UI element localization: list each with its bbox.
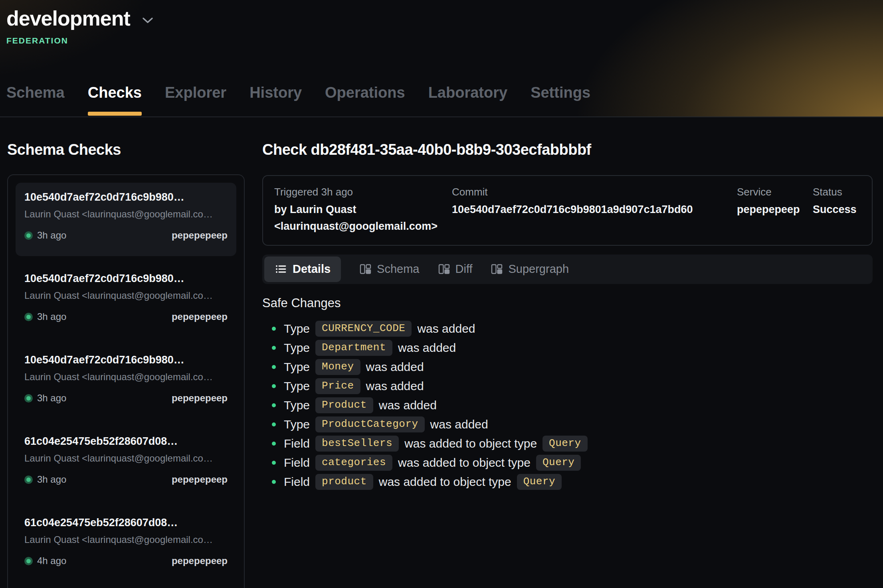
change-text: was added — [398, 341, 456, 355]
change-code2-badge: Query — [536, 455, 581, 471]
change-code-badge: categories — [315, 455, 392, 471]
tab-schema[interactable]: Schema — [359, 262, 419, 276]
columns-icon — [491, 263, 503, 275]
triggered-by: by Laurin Quast — [274, 201, 452, 218]
tab-laboratory[interactable]: Laboratory — [428, 84, 507, 116]
project-header: development FEDERATION SchemaChecksExplo… — [0, 0, 883, 117]
check-list-item[interactable]: 10e540d7aef72c0d716c9b980… Laurin Quast … — [16, 264, 236, 337]
commit-hash: 10e540d7aef72c0d716c9b9801a9d907c1a7bd60 — [452, 201, 737, 218]
tab-operations[interactable]: Operations — [325, 84, 405, 116]
tab-diff[interactable]: Diff — [438, 262, 473, 276]
status-dot-icon — [24, 476, 33, 484]
change-item: Type CURRENCY_CODE was added — [262, 319, 873, 338]
tab-supergraph[interactable]: Supergraph — [491, 262, 569, 276]
view-tab-label: Schema — [377, 262, 419, 276]
bullet-icon — [272, 403, 276, 407]
tab-details[interactable]: Details — [264, 257, 341, 282]
schema-checks-panel: Schema Checks 10e540d7aef72c0d716c9b980…… — [7, 117, 245, 588]
change-kind: Field — [284, 437, 310, 450]
change-text: was added to object type — [398, 456, 531, 470]
change-code-badge: bestSellers — [315, 436, 399, 452]
change-text: was added to object type — [379, 475, 511, 489]
change-item: Type Department was added — [262, 338, 873, 357]
bullet-icon — [272, 422, 276, 426]
check-time: 3h ago — [37, 474, 66, 485]
check-list-item[interactable]: 10e540d7aef72c0d716c9b980… Laurin Quast … — [16, 345, 236, 419]
check-id: 10e540d7aef72c0d716c9b980… — [24, 191, 228, 203]
sidebar-title: Schema Checks — [7, 141, 245, 158]
check-list-item[interactable]: 61c04e25475eb52f28607d08… Laurin Quast <… — [16, 427, 236, 500]
change-code-badge: Price — [315, 378, 360, 394]
change-kind: Type — [284, 360, 310, 374]
tab-checks[interactable]: Checks — [88, 84, 142, 116]
check-author: Laurin Quast <laurinquast@googlemail.co… — [24, 290, 228, 301]
view-tab-label: Diff — [455, 262, 473, 276]
tab-settings[interactable]: Settings — [531, 84, 590, 116]
change-code-badge: Product — [315, 397, 373, 413]
change-kind: Type — [284, 418, 310, 431]
triggered-label: Triggered 3h ago — [274, 186, 452, 198]
change-item: Type Money was added — [262, 357, 873, 377]
check-list-item[interactable]: 61c04e25475eb52f28607d08… Laurin Quast <… — [16, 508, 236, 582]
change-text: was added to object type — [404, 437, 537, 450]
view-tab-label: Supergraph — [508, 262, 569, 276]
check-id: 10e540d7aef72c0d716c9b980… — [24, 354, 228, 366]
change-code-badge: Money — [315, 359, 360, 375]
change-code-badge: Department — [315, 340, 392, 356]
status-dot-icon — [24, 231, 33, 240]
status-dot-icon — [24, 394, 33, 403]
project-switcher[interactable]: development — [6, 7, 153, 30]
check-service: pepepepeep — [172, 474, 228, 485]
check-detail-panel: Check db28f481-35aa-40b0-b8b9-303ecfabbb… — [262, 117, 873, 588]
bullet-icon — [272, 461, 276, 465]
tab-schema[interactable]: Schema — [6, 84, 65, 116]
commit-label: Commit — [452, 186, 737, 198]
check-author: Laurin Quast <laurinquast@googlemail.co… — [24, 209, 228, 220]
check-id: 10e540d7aef72c0d716c9b980… — [24, 272, 228, 285]
tab-explorer[interactable]: Explorer — [165, 84, 226, 116]
main-content: Schema Checks 10e540d7aef72c0d716c9b980…… — [0, 117, 883, 588]
service-label: Service — [737, 186, 813, 198]
change-text: was added — [417, 322, 475, 335]
status-dot-icon — [24, 557, 33, 565]
bullet-icon — [272, 327, 276, 331]
status-value: Success — [813, 201, 861, 218]
triggered-email: <laurinquast@googlemail.com> — [274, 218, 452, 235]
change-item: Type Product was added — [262, 396, 873, 415]
bullet-icon — [272, 384, 276, 388]
change-text: was added — [430, 418, 488, 431]
bullet-icon — [272, 346, 276, 350]
status-label: Status — [813, 186, 861, 198]
check-author: Laurin Quast <laurinquast@googlemail.co… — [24, 534, 228, 545]
status-dot-icon — [24, 313, 33, 321]
change-item: Field categories was added to object typ… — [262, 453, 873, 472]
safe-changes-title: Safe Changes — [262, 296, 873, 310]
top-nav-tabs: SchemaChecksExplorerHistoryOperationsLab… — [6, 84, 590, 116]
bullet-icon — [272, 365, 276, 369]
change-text: was added — [366, 360, 424, 374]
chevron-down-icon[interactable] — [142, 17, 153, 24]
meta-service: Service pepepepeep — [737, 186, 813, 235]
tab-details-label: Details — [293, 262, 331, 276]
federation-badge: FEDERATION — [6, 36, 68, 45]
service-name: pepepepeep — [737, 201, 813, 218]
change-kind: Field — [284, 475, 310, 489]
check-time: 4h ago — [37, 555, 66, 566]
change-code-badge: CURRENCY_CODE — [315, 321, 412, 337]
change-item: Type ProductCategory was added — [262, 415, 873, 434]
changes-list: Type CURRENCY_CODE was added Type Depart… — [262, 319, 873, 491]
check-author: Laurin Quast <laurinquast@googlemail.co… — [24, 453, 228, 464]
check-id: 61c04e25475eb52f28607d08… — [24, 435, 228, 448]
check-time: 3h ago — [37, 230, 66, 241]
check-time: 3h ago — [37, 311, 66, 322]
check-meta-box: Triggered 3h ago by Laurin Quast <laurin… — [262, 175, 873, 246]
check-time: 3h ago — [37, 393, 66, 404]
tab-history[interactable]: History — [249, 84, 302, 116]
check-service: pepepepeep — [172, 230, 228, 241]
check-list-item[interactable]: 10e540d7aef72c0d716c9b980… Laurin Quast … — [16, 183, 236, 256]
change-item: Field product was added to object type Q… — [262, 472, 873, 491]
change-kind: Type — [284, 379, 310, 393]
list-icon — [275, 263, 287, 275]
change-code2-badge: Query — [542, 436, 588, 452]
check-view-tabs: Details Schema Diff — [262, 255, 873, 284]
